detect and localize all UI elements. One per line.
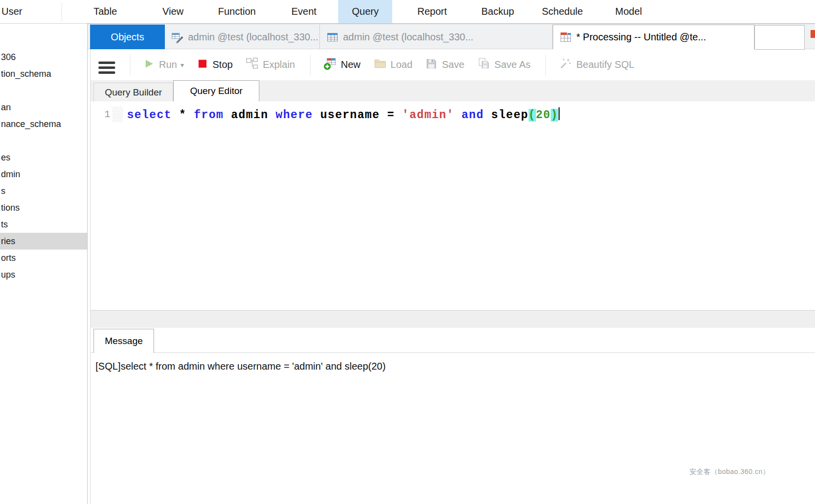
- message-content: [SQL]select * from admin where username …: [91, 353, 815, 372]
- watermark: 安全客（bobao.360.cn）: [690, 468, 770, 476]
- tree-item-nance-schema[interactable]: nance_schema: [0, 116, 87, 132]
- menu-item-backup[interactable]: Backup: [481, 0, 514, 23]
- tab-query-builder-label: Query Builder: [105, 87, 162, 98]
- edit-grid-icon: [171, 31, 184, 43]
- toolbar-button-explain[interactable]: Explain: [246, 57, 295, 72]
- tab-query-editor[interactable]: Query Editor: [173, 80, 259, 101]
- document-tab-2[interactable]: admin @test (localhost_330...: [320, 25, 553, 49]
- code-line: 1 select * from admin where username = '…: [91, 105, 815, 123]
- menu-item-event[interactable]: Event: [291, 0, 316, 23]
- tab-query-editor-label: Query Editor: [190, 86, 243, 96]
- hamburger-icon: [98, 55, 115, 75]
- table-icon: [326, 31, 339, 43]
- code-token-plain: [172, 109, 179, 122]
- menu-item-view[interactable]: View: [162, 0, 184, 23]
- toolbar-separator: [130, 55, 130, 75]
- menu-item-schedule[interactable]: Schedule: [542, 0, 583, 23]
- dropdown-caret-icon[interactable]: ▾: [181, 61, 184, 69]
- toolbar-button-save-as[interactable]: Save As: [477, 57, 531, 72]
- sql-editor[interactable]: 1 select * from admin where username = '…: [91, 101, 815, 310]
- tree-item-es[interactable]: es: [0, 149, 87, 166]
- save-icon: [425, 58, 438, 72]
- menu-item-user[interactable]: User: [1, 0, 22, 23]
- toolbar-button-hamburger[interactable]: [98, 55, 115, 75]
- toolbar-button-beautify-sql[interactable]: Beautify SQL: [559, 57, 634, 73]
- message-panel: Message [SQL]select * from admin where u…: [91, 328, 815, 504]
- code-token-plain: [454, 109, 462, 122]
- tree-item-tion-schema[interactable]: tion_schema: [0, 65, 87, 82]
- new-icon: [323, 57, 337, 73]
- beautify-icon: [559, 57, 572, 73]
- toolbar-button-save[interactable]: Save: [425, 58, 465, 72]
- code-token-paren: (: [529, 109, 536, 122]
- navicat-window: UserTableViewFunctionEventQueryReportBac…: [0, 0, 815, 504]
- code-token-plain: username =: [313, 109, 402, 122]
- tab-message[interactable]: Message: [94, 329, 154, 353]
- toolbar-button-label: Save As: [495, 59, 531, 70]
- toolbar-button-new[interactable]: New: [323, 57, 361, 73]
- fold-margin: [112, 106, 123, 122]
- run-icon: [143, 58, 155, 72]
- toolbar-button-stop[interactable]: Stop: [197, 58, 233, 72]
- code-token-kw: and: [462, 109, 484, 122]
- code-token-plain: [187, 109, 194, 122]
- tree-item-tions[interactable]: tions: [0, 199, 87, 216]
- tree-items: 306tion_schemaannance_schemaesdminstions…: [0, 24, 87, 283]
- document-tab-1[interactable]: admin @test (localhost_330...: [165, 25, 320, 49]
- code-token-plain: admin: [223, 109, 276, 122]
- toolbar-button-label: Beautify SQL: [576, 59, 634, 70]
- tree-item-dmin[interactable]: dmin: [0, 166, 87, 183]
- window-body: 306tion_schemaannance_schemaesdminstions…: [0, 24, 815, 504]
- document-tab-label: admin @test (localhost_330...: [188, 32, 318, 43]
- text-cursor: [559, 107, 560, 120]
- menu-separator: [62, 2, 62, 21]
- code-token-kw: where: [276, 109, 313, 122]
- line-number: 1: [91, 109, 110, 120]
- tree-item-ups[interactable]: ups: [0, 266, 87, 283]
- tree-item-orts[interactable]: orts: [0, 250, 87, 266]
- menu-item-report[interactable]: Report: [417, 0, 447, 23]
- query-icon: [560, 31, 572, 43]
- saveas-icon: [477, 57, 490, 72]
- document-tab-bar: Objects admin @test (localhost_330...adm…: [88, 24, 815, 49]
- tree-item-ts[interactable]: ts: [0, 216, 87, 233]
- code-token-str: 'admin': [402, 109, 454, 122]
- menu-item-model[interactable]: Model: [615, 0, 642, 23]
- toolbar-button-label: Stop: [213, 59, 233, 70]
- clipped-tab-icon: [811, 30, 815, 38]
- menu-item-table[interactable]: Table: [94, 0, 117, 23]
- main-area: Objects admin @test (localhost_330...adm…: [88, 24, 815, 504]
- code-token-plain: *: [179, 109, 187, 122]
- tree-item-306[interactable]: 306: [0, 49, 87, 65]
- load-icon: [374, 57, 386, 72]
- toolbar-button-label: Save: [442, 59, 465, 70]
- main-lower: Run▾StopExplainNewLoadSaveSave AsBeautif…: [90, 49, 815, 504]
- stop-icon: [197, 58, 208, 72]
- code-token-kw: select: [127, 109, 172, 122]
- toolbar-button-label: Explain: [263, 59, 295, 70]
- code-token-plain: sleep: [484, 109, 529, 122]
- menu-bar: UserTableViewFunctionEventQueryReportBac…: [0, 0, 815, 24]
- explain-icon: [246, 57, 258, 72]
- message-tab-bar: Message: [91, 328, 815, 353]
- executed-sql-text: [SQL]select * from admin where username …: [95, 361, 815, 372]
- empty-tab-stub: [754, 25, 805, 50]
- tree-item-an[interactable]: an: [0, 99, 87, 116]
- toolbar-button-load[interactable]: Load: [374, 57, 413, 72]
- query-toolbar: Run▾StopExplainNewLoadSaveSave AsBeautif…: [91, 49, 815, 80]
- tree-item-ries[interactable]: ries: [0, 233, 87, 250]
- toolbar-button-run[interactable]: Run▾: [143, 58, 184, 72]
- menu-item-query[interactable]: Query: [338, 0, 392, 23]
- code-token-kw: from: [194, 109, 223, 122]
- document-tabs: admin @test (localhost_330...admin @test…: [88, 24, 815, 49]
- splitter[interactable]: [91, 310, 815, 328]
- tree-item-s[interactable]: s: [0, 183, 87, 199]
- document-tab-3[interactable]: * Processing -- Untitled @te...: [553, 25, 754, 49]
- document-tab-label: * Processing -- Untitled @te...: [576, 32, 706, 43]
- toolbar-button-label: Run: [159, 59, 177, 70]
- connection-tree: 306tion_schemaannance_schemaesdminstions…: [0, 24, 88, 504]
- menu-item-function[interactable]: Function: [218, 0, 256, 23]
- query-subtab-bar: Query Builder Query Editor: [91, 80, 815, 101]
- toolbar-separator: [310, 55, 311, 75]
- tab-query-builder[interactable]: Query Builder: [94, 83, 173, 101]
